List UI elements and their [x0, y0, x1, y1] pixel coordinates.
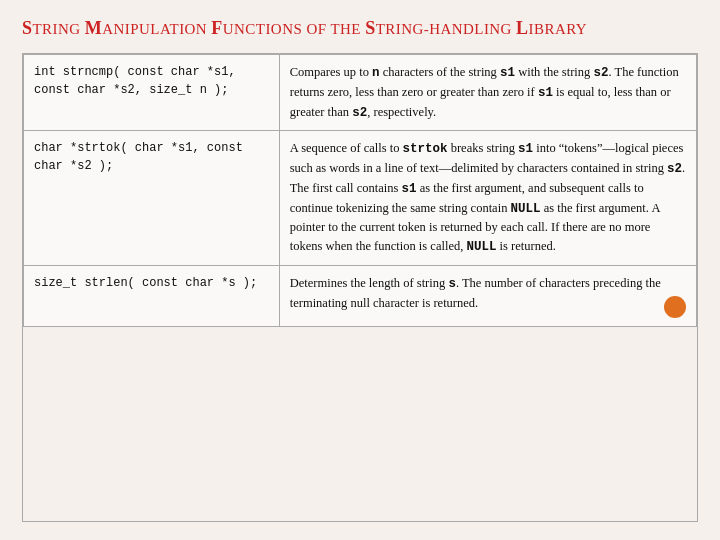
table-row: size_t strlen( const char *s ); Determin… [24, 265, 697, 326]
desc-cell-strncmp: Compares up to n characters of the strin… [279, 55, 696, 131]
table-row: char *strtok( char *s1, const char *s2 )… [24, 131, 697, 266]
table-wrapper: int strncmp( const char *s1, const char … [22, 53, 698, 522]
orange-circle-decoration [664, 296, 686, 318]
code-cell-strlen: size_t strlen( const char *s ); [24, 265, 280, 326]
desc-cell-strlen: Determines the length of string s. The n… [279, 265, 696, 326]
page-title: STRING MANIPULATION FUNCTIONS OF THE STR… [22, 18, 698, 39]
page: STRING MANIPULATION FUNCTIONS OF THE STR… [0, 0, 720, 540]
desc-cell-strtok: A sequence of calls to strtok breaks str… [279, 131, 696, 266]
code-cell-strncmp: int strncmp( const char *s1, const char … [24, 55, 280, 131]
functions-table: int strncmp( const char *s1, const char … [23, 54, 697, 327]
code-cell-strtok: char *strtok( char *s1, const char *s2 )… [24, 131, 280, 266]
table-row: int strncmp( const char *s1, const char … [24, 55, 697, 131]
